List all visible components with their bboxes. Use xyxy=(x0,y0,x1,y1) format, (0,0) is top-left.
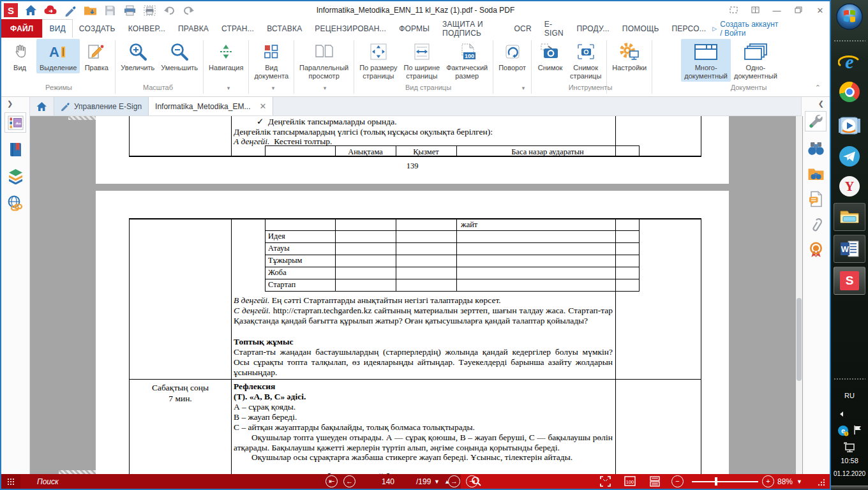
fit-page-button[interactable]: По размеру страницы xyxy=(356,39,400,82)
network-tray-icon[interactable] xyxy=(843,442,856,453)
bookmarks-icon[interactable] xyxy=(4,139,26,160)
menu-tab-vid[interactable]: ВИД xyxy=(42,19,72,38)
web-links-icon[interactable] xyxy=(4,193,26,213)
esign-tab[interactable]: Управление E-Sign xyxy=(54,97,149,115)
attachments-paperclip-icon[interactable] xyxy=(805,214,827,235)
page-layout-icon[interactable] xyxy=(650,476,660,489)
menu-tab-create[interactable]: СОЗДАТЬ xyxy=(73,19,122,38)
comments-icon[interactable] xyxy=(805,189,827,209)
chevron-down-icon[interactable]: ▾ xyxy=(505,85,541,91)
document-view-button[interactable]: Вид документа xyxy=(251,39,292,82)
print-preview-icon[interactable] xyxy=(142,3,156,17)
advanced-search-icon[interactable] xyxy=(805,163,827,184)
edit-mode-button[interactable]: Правка xyxy=(80,39,113,73)
tools-wrench-icon[interactable] xyxy=(805,111,827,131)
menu-tab-review[interactable]: РЕЦЕНЗИРОВАН... xyxy=(308,19,393,38)
undo-icon[interactable] xyxy=(162,3,176,17)
media-player-icon[interactable] xyxy=(838,115,861,137)
fit-width-button[interactable]: По ширине страницы xyxy=(401,39,444,82)
flag-tray-icon[interactable] xyxy=(853,425,862,435)
fullscreen-icon[interactable] xyxy=(728,6,739,15)
last-page-button[interactable]: ⇥ xyxy=(466,475,478,487)
zoom-in-button[interactable]: + xyxy=(762,475,774,487)
menu-tab-file[interactable]: ФАЙЛ xyxy=(1,19,42,38)
zoom-out-button[interactable]: − xyxy=(671,475,684,487)
thumbnails-icon[interactable] xyxy=(4,112,26,133)
print-icon[interactable] xyxy=(123,3,137,17)
navigation-button[interactable]: Навигация xyxy=(206,39,246,73)
home-tab[interactable] xyxy=(30,97,54,115)
fit-screen-icon[interactable] xyxy=(600,476,611,489)
settings-button[interactable]: Настройки xyxy=(609,39,650,73)
restore-button[interactable] xyxy=(793,6,804,15)
chevron-down-icon[interactable]: ▼ xyxy=(434,474,440,489)
internet-explorer-icon[interactable]: e xyxy=(838,51,861,74)
actual-size-icon[interactable]: 100 xyxy=(624,476,636,489)
eset-tray-icon[interactable]: e! xyxy=(837,425,849,436)
grid-dots-icon[interactable] xyxy=(1,474,20,489)
chevron-down-icon[interactable]: ▾ xyxy=(209,85,248,91)
minimize-button[interactable]: — xyxy=(771,6,782,15)
language-indicator[interactable]: RU xyxy=(844,392,855,399)
next-page-button[interactable]: → xyxy=(448,475,460,487)
single-document-button[interactable]: Одно- документный xyxy=(731,39,781,82)
soda-pdf-taskbar-button[interactable]: S xyxy=(834,267,865,295)
cloud-sync-icon[interactable] xyxy=(43,3,57,17)
clock-date[interactable]: 01.12.2020 xyxy=(834,470,865,477)
zoom-slider-thumb[interactable] xyxy=(715,477,717,486)
close-button[interactable]: ✕ xyxy=(814,6,826,15)
chevron-down-icon[interactable]: ▾ xyxy=(253,85,293,91)
select-mode-button[interactable]: A Выделение xyxy=(36,39,80,73)
first-page-button[interactable]: ⇤ xyxy=(326,475,338,487)
menu-tab-forms[interactable]: ФОРМЫ xyxy=(393,19,436,38)
certificates-medal-icon[interactable] xyxy=(805,240,827,260)
menu-tab-help[interactable]: ПОМОЩЬ xyxy=(616,19,666,38)
menu-tab-products[interactable]: ПРОДУ... xyxy=(571,19,616,38)
layers-icon[interactable] xyxy=(4,166,26,186)
actual-size-button[interactable]: 100 Фактический размер xyxy=(443,39,491,82)
menu-tab-pages[interactable]: СТРАН... xyxy=(215,19,260,38)
parallel-view-button[interactable]: Параллельный просмотр xyxy=(296,39,352,82)
zoom-level[interactable]: 88% ▼ xyxy=(777,474,802,489)
zoom-out-button[interactable]: Уменьшить xyxy=(158,39,201,73)
expand-panel-icon[interactable]: ❯ xyxy=(7,100,13,108)
menu-tab-ocr[interactable]: OCR xyxy=(508,19,538,38)
show-hidden-icons[interactable] xyxy=(839,411,845,417)
zoom-in-button[interactable]: Увеличить xyxy=(117,39,158,73)
view-mode-button[interactable]: Вид xyxy=(3,39,36,73)
search-binoculars-icon[interactable] xyxy=(805,138,827,158)
esign-pen-icon[interactable] xyxy=(63,3,77,17)
reading-view-icon[interactable] xyxy=(749,6,761,15)
multi-document-button[interactable]: Много- документный xyxy=(681,39,731,82)
close-icon[interactable]: ✕ xyxy=(259,101,266,111)
save-icon[interactable] xyxy=(103,3,117,17)
menu-tab-secure[interactable]: ЗАЩИТА И ПОДПИСЬ xyxy=(436,19,507,38)
document-viewport[interactable]: ✓ Деңгейлік тапсырмаларды орында. Деңгей… xyxy=(30,116,803,474)
telegram-icon[interactable] xyxy=(839,145,860,167)
menu-tab-esign[interactable]: E-SIGN xyxy=(538,19,571,38)
chevron-down-icon[interactable]: ▾ xyxy=(297,85,353,91)
menu-tab-edit[interactable]: ПРАВКА xyxy=(172,19,215,38)
scrollbar-thumb[interactable] xyxy=(797,298,802,381)
previous-page-button[interactable]: ← xyxy=(343,475,355,487)
explorer-taskbar-button[interactable] xyxy=(834,203,865,231)
vertical-scrollbar[interactable] xyxy=(796,116,802,474)
resize-grip[interactable] xyxy=(817,478,826,487)
word-taskbar-button[interactable]: W xyxy=(834,235,865,263)
collapse-panel-icon[interactable]: ❮ xyxy=(818,100,824,108)
soda-logo[interactable]: S xyxy=(4,3,18,17)
windows-start-orb[interactable] xyxy=(835,3,864,31)
snapshot-button[interactable]: Снимок xyxy=(534,39,567,73)
yandex-browser-icon[interactable]: Y xyxy=(839,176,860,197)
menu-tab-personalize[interactable]: ПЕРСО... xyxy=(665,19,712,38)
zoom-slider[interactable] xyxy=(692,481,758,482)
current-page-input[interactable]: 140 xyxy=(362,474,414,489)
account-link[interactable]: ▷ Создать аккаунт / Войти xyxy=(712,19,830,38)
ribbon-collapse-icon[interactable]: ⌃ xyxy=(815,84,821,92)
document-tab-active[interactable]: Informatika_Metodika_EM... ✕ xyxy=(149,97,273,115)
redo-icon[interactable] xyxy=(182,3,196,17)
page-snapshot-button[interactable]: Снимок страницы xyxy=(567,39,604,82)
menu-tab-convert[interactable]: КОНВЕР... xyxy=(122,19,172,38)
show-desktop-button[interactable] xyxy=(831,486,868,490)
menu-tab-insert[interactable]: ВСТАВКА xyxy=(260,19,308,38)
